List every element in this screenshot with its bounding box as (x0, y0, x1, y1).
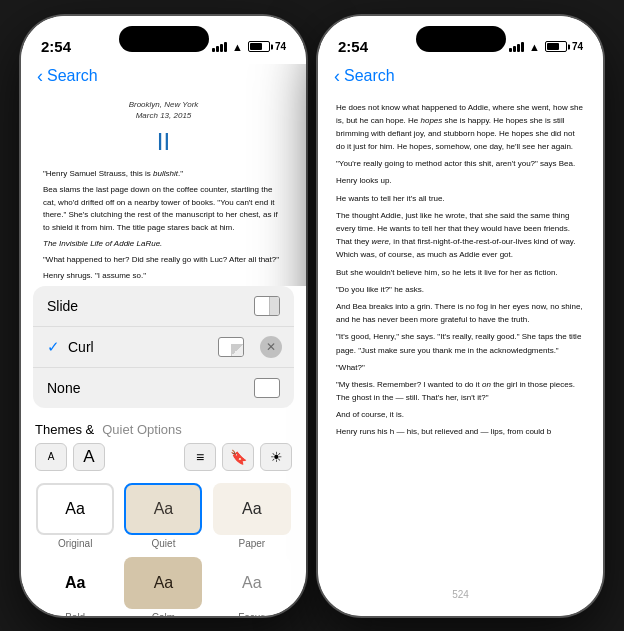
wifi-icon: ▲ (232, 41, 243, 53)
theme-preview-paper: Aa (213, 483, 291, 535)
left-status-icons: ▲ 74 (212, 41, 286, 53)
right-book-content: He does not know what happened to Addie,… (318, 93, 603, 451)
signal-icon (212, 42, 227, 52)
bookmark-button[interactable]: 🔖 (222, 443, 254, 471)
transition-menu: Slide ✓ Curl ✕ (33, 286, 294, 408)
theme-calm[interactable]: Aa Calm (123, 557, 203, 616)
left-time: 2:54 (41, 38, 71, 55)
back-button[interactable]: ‹ Search (37, 66, 98, 87)
right-chevron-left-icon: ‹ (334, 66, 340, 87)
text-options-button[interactable]: ≡ (184, 443, 216, 471)
theme-preview-quiet: Aa (124, 483, 202, 535)
battery-label: 74 (275, 41, 286, 52)
battery-fill (250, 43, 263, 50)
right-back-button[interactable]: ‹ Search (334, 66, 395, 87)
back-label: Search (47, 67, 98, 85)
left-screen: 2:54 ▲ 74 ‹ (21, 16, 306, 616)
dynamic-island (119, 26, 209, 52)
transition-slide[interactable]: Slide (33, 286, 294, 327)
right-signal-icon (509, 42, 524, 52)
right-battery-fill (547, 43, 560, 50)
check-icon: ✓ (47, 338, 60, 356)
transition-curl[interactable]: ✓ Curl ✕ (33, 327, 294, 368)
right-back-label: Search (344, 67, 395, 85)
right-battery-label: 74 (572, 41, 583, 52)
text-icon: ≡ (196, 449, 204, 465)
right-nav-bar[interactable]: ‹ Search (318, 64, 603, 93)
theme-focus[interactable]: Aa Focus (212, 557, 292, 616)
book-header: Brooklyn, New York March 13, 2015 II (43, 99, 284, 161)
theme-preview-focus: Aa (213, 557, 291, 609)
curl-icon (218, 337, 244, 357)
font-controls: A A ≡ 🔖 ☀ (21, 439, 306, 477)
themes-area: Themes & Quiet Options (21, 416, 306, 439)
theme-bold[interactable]: Aa Bold (35, 557, 115, 616)
left-nav-bar[interactable]: ‹ Search (21, 64, 306, 93)
theme-label-calm: Calm (152, 612, 175, 616)
right-status-icons: ▲ 74 (509, 41, 583, 53)
right-phone: 2:54 ▲ 74 ‹ (318, 16, 603, 616)
right-battery-icon (545, 41, 567, 52)
none-icon (254, 378, 280, 398)
options-label: Quiet Options (102, 422, 182, 437)
theme-preview-original: Aa (36, 483, 114, 535)
curl-label: Curl (68, 339, 94, 355)
font-large-button[interactable]: A (73, 443, 105, 471)
theme-paper[interactable]: Aa Paper (212, 483, 292, 549)
battery-icon (248, 41, 270, 52)
none-label: None (47, 380, 80, 396)
close-button[interactable]: ✕ (260, 336, 282, 358)
theme-preview-calm: Aa (124, 557, 202, 609)
theme-quiet[interactable]: Aa Quiet (123, 483, 203, 549)
theme-label-paper: Paper (238, 538, 265, 549)
brightness-icon: ☀ (270, 449, 283, 465)
right-time: 2:54 (338, 38, 368, 55)
page-number: 524 (318, 589, 603, 606)
brightness-button[interactable]: ☀ (260, 443, 292, 471)
book-location: Brooklyn, New York March 13, 2015 (43, 99, 284, 121)
themes-label: Themes & (35, 422, 94, 437)
transition-none[interactable]: None (33, 368, 294, 408)
font-small-button[interactable]: A (35, 443, 67, 471)
slide-icon (254, 296, 280, 316)
theme-label-bold: Bold (65, 612, 85, 616)
theme-label-original: Original (58, 538, 92, 549)
theme-preview-bold: Aa (36, 557, 114, 609)
bookmark-icon: 🔖 (230, 449, 247, 465)
theme-label-focus: Focus (238, 612, 265, 616)
theme-grid: Aa Original Aa Quiet Aa Paper Aa Bold (21, 477, 306, 616)
right-dynamic-island (416, 26, 506, 52)
phones-container: 2:54 ▲ 74 ‹ (21, 16, 603, 616)
theme-label-quiet: Quiet (152, 538, 176, 549)
theme-original[interactable]: Aa Original (35, 483, 115, 549)
right-wifi-icon: ▲ (529, 41, 540, 53)
overlay-section: Slide ✓ Curl ✕ (21, 286, 306, 616)
slide-label: Slide (47, 298, 78, 314)
chevron-left-icon: ‹ (37, 66, 43, 87)
left-phone: 2:54 ▲ 74 ‹ (21, 16, 306, 616)
book-chapter: II (43, 123, 284, 160)
right-screen: 2:54 ▲ 74 ‹ (318, 16, 603, 616)
